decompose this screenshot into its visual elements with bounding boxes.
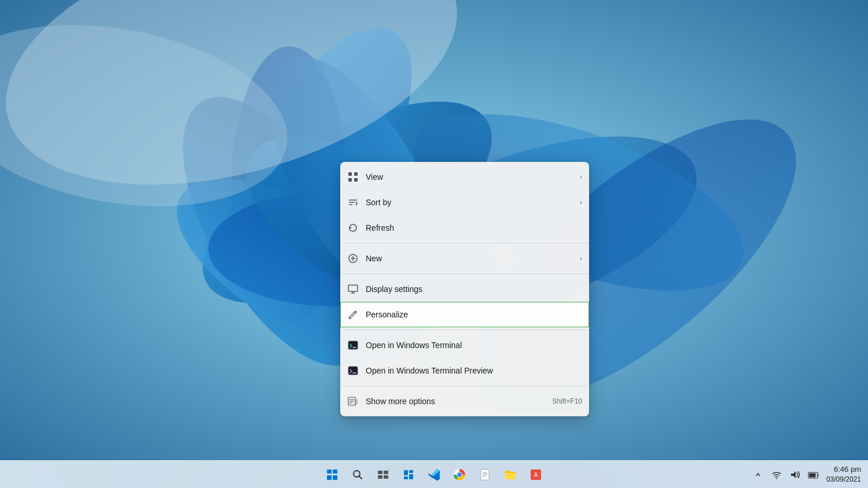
menu-item-refresh-label: Refresh <box>366 223 582 232</box>
menu-item-sort-label: Sort by <box>366 198 573 207</box>
divider-3 <box>340 330 589 330</box>
menu-item-terminal[interactable]: Open in Windows Terminal <box>340 332 589 358</box>
widgets-icon <box>403 469 414 480</box>
menu-item-new[interactable]: New › <box>340 246 589 271</box>
svg-rect-29 <box>348 341 358 349</box>
notepad-icon <box>479 469 491 480</box>
battery-button[interactable] <box>806 464 822 485</box>
svg-point-59 <box>776 478 777 479</box>
volume-button[interactable] <box>787 464 803 485</box>
svg-rect-49 <box>409 474 413 479</box>
menu-item-view-label: View <box>366 172 573 182</box>
svg-rect-47 <box>409 470 413 473</box>
file-explorer-icon <box>504 468 517 481</box>
menu-item-more-label: Show more options <box>366 397 545 406</box>
vscode-icon <box>428 468 440 481</box>
terminal-icon <box>347 339 359 351</box>
svg-rect-56 <box>505 473 516 479</box>
menu-item-display[interactable]: Display settings <box>340 276 589 302</box>
app-button[interactable]: A <box>524 463 547 486</box>
widgets-button[interactable] <box>397 463 420 486</box>
volume-icon <box>790 469 800 480</box>
search-icon <box>352 469 363 480</box>
start-button[interactable] <box>321 463 344 486</box>
clock-time: 6:46 pm <box>826 464 861 475</box>
chevron-up-icon <box>755 472 761 478</box>
svg-text:A: A <box>534 472 538 478</box>
sort-icon <box>347 197 359 208</box>
svg-rect-46 <box>404 470 408 475</box>
divider-1 <box>340 243 589 243</box>
svg-rect-42 <box>378 471 382 474</box>
divider-4 <box>340 386 589 386</box>
app-icon: A <box>530 469 542 480</box>
windows-logo-icon <box>327 469 337 480</box>
new-icon <box>347 253 359 264</box>
sort-arrow-icon: › <box>580 198 582 206</box>
svg-rect-43 <box>384 471 388 474</box>
svg-marker-60 <box>791 471 796 478</box>
taskbar-right: 6:46 pm 03/09/2021 <box>750 464 861 485</box>
new-arrow-icon: › <box>580 254 582 263</box>
svg-rect-16 <box>348 178 352 182</box>
refresh-icon <box>347 222 359 234</box>
svg-rect-15 <box>354 172 358 176</box>
menu-item-more-options[interactable]: Show more options Shift+F10 <box>340 389 589 414</box>
menu-item-terminal-preview-label: Open in Windows Terminal Preview <box>366 366 582 375</box>
chrome-icon <box>453 468 466 481</box>
grid-icon <box>347 171 359 183</box>
menu-item-personalize[interactable]: Personalize <box>340 302 589 327</box>
display-icon <box>347 283 359 295</box>
svg-rect-17 <box>354 178 358 182</box>
svg-rect-45 <box>384 475 388 479</box>
svg-line-27 <box>354 312 355 313</box>
svg-rect-31 <box>348 367 358 375</box>
menu-item-new-label: New <box>366 254 573 263</box>
svg-line-41 <box>359 476 362 479</box>
svg-rect-62 <box>809 473 815 477</box>
context-menu: View › Sort by › <box>340 162 589 416</box>
personalize-icon <box>347 309 359 320</box>
terminal-preview-icon <box>347 365 359 376</box>
tray-icons <box>750 464 822 485</box>
menu-item-personalize-label: Personalize <box>366 310 582 319</box>
search-button[interactable] <box>346 463 369 486</box>
vscode-button[interactable] <box>422 463 446 486</box>
svg-rect-14 <box>348 172 352 176</box>
menu-item-view[interactable]: View › <box>340 164 589 190</box>
desktop: View › Sort by › <box>0 0 868 488</box>
taskbar: A <box>0 460 868 488</box>
clock[interactable]: 6:46 pm 03/09/2021 <box>826 464 861 485</box>
taskbar-center: A <box>321 463 547 486</box>
svg-point-51 <box>457 472 462 477</box>
wifi-icon <box>771 469 782 480</box>
show-hidden-icons-button[interactable] <box>750 464 766 485</box>
svg-rect-24 <box>348 285 358 291</box>
taskview-icon <box>377 469 389 480</box>
task-view-button[interactable] <box>372 463 395 486</box>
menu-item-terminal-label: Open in Windows Terminal <box>366 341 582 350</box>
svg-rect-44 <box>378 475 382 479</box>
chrome-button[interactable] <box>448 463 471 486</box>
svg-rect-48 <box>404 476 408 479</box>
menu-item-refresh[interactable]: Refresh <box>340 215 589 241</box>
menu-item-sort[interactable]: Sort by › <box>340 190 589 215</box>
notepad-button[interactable] <box>473 463 496 486</box>
divider-2 <box>340 273 589 274</box>
view-arrow-icon: › <box>580 173 582 181</box>
battery-icon <box>808 472 819 479</box>
file-explorer-button[interactable] <box>499 463 522 486</box>
menu-item-display-label: Display settings <box>366 284 582 294</box>
more-shortcut: Shift+F10 <box>552 397 582 405</box>
clock-date: 03/09/2021 <box>826 475 861 485</box>
menu-item-terminal-preview[interactable]: Open in Windows Terminal Preview <box>340 358 589 383</box>
more-icon <box>347 395 359 407</box>
wifi-button[interactable] <box>768 464 785 485</box>
